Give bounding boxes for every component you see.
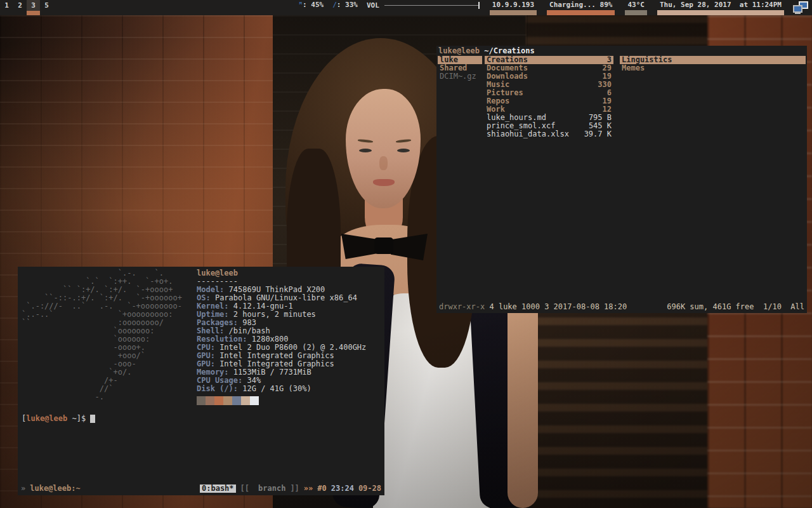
fetch-value: Intel 2 Duo P8600 (2) @ 2.400GHz bbox=[215, 343, 366, 352]
tmux-window-bash[interactable]: 0:bash* bbox=[200, 485, 236, 493]
temperature: 43°C bbox=[625, 0, 647, 15]
fetch-value: 4.12.14-gnu-1 bbox=[229, 302, 293, 311]
volume-label: VOL bbox=[367, 1, 379, 10]
fetch-label: CPU Usage: bbox=[197, 376, 242, 385]
prompt-bracket-close: ~]$ bbox=[67, 414, 90, 423]
network-computers-icon[interactable] bbox=[793, 1, 808, 14]
palette-swatch-1 bbox=[206, 396, 214, 405]
terminal-window[interactable]: `.-. `. `.` `:++. `-+o+. `` `:+/. `:+/. … bbox=[18, 267, 384, 495]
tmux-bracket-open: [[ bbox=[240, 485, 249, 493]
active-workspace-underline bbox=[27, 11, 40, 15]
palette-swatch-4 bbox=[232, 396, 241, 405]
ranger-statusbar: drwxr-xr-x 4 luke 1000 3 2017-08-08 18:2… bbox=[439, 303, 804, 311]
ranger-status-left: drwxr-xr-x 4 luke 1000 3 2017-08-08 18:2… bbox=[439, 303, 627, 311]
workspace-3-active[interactable]: 3 bbox=[27, 0, 40, 15]
temperature-underline bbox=[625, 10, 647, 15]
fetch-value: 745869U ThinkPad X200 bbox=[224, 285, 325, 294]
tmux-session-host: luke@leeb:~ bbox=[30, 485, 80, 493]
tmux-pane-index: #0 bbox=[317, 485, 326, 493]
memory-icon: / bbox=[332, 1, 337, 9]
tmux-statusbar: » luke@leeb:~ 0:bash* [[ branch ]] »» #0… bbox=[21, 485, 381, 493]
ranger-titlebar: luke@leeb ~/Creations bbox=[436, 46, 807, 55]
fetch-label: GPU: bbox=[197, 351, 215, 360]
shell-prompt[interactable]: [luke@leeb ~]$ bbox=[22, 415, 381, 423]
parent-entry-label: DCIM~.gz bbox=[440, 72, 476, 81]
ip-underline bbox=[490, 10, 537, 15]
neofetch-info: luke@leeb --------- Model: 745869U Think… bbox=[197, 269, 366, 405]
palette-swatch-0 bbox=[197, 396, 206, 405]
fetch-label: OS: bbox=[197, 293, 211, 302]
fetch-label: Model: bbox=[197, 285, 224, 294]
fetch-value: Parabola GNU/Linux-libre x86_64 bbox=[211, 293, 357, 302]
workspace-5[interactable]: 5 bbox=[40, 0, 53, 15]
fetch-value: /bin/bash bbox=[224, 326, 270, 335]
terminal-cursor bbox=[90, 415, 95, 423]
parent-entry-dcim[interactable]: DCIM~.gz bbox=[438, 72, 482, 81]
ranger-file-manager-window[interactable]: luke@leeb ~/Creations luke Shared DCIM~.… bbox=[436, 46, 807, 313]
palette-swatch-3 bbox=[223, 396, 232, 405]
fetch-value: 2 hours, 2 minutes bbox=[229, 310, 316, 319]
top-status-bar: 1 2 3 5 ᴹ: 45% /: 33% VOL 10.9.9.193 Cha… bbox=[0, 0, 812, 15]
fetch-label: CPU: bbox=[197, 343, 215, 352]
palette-swatch-6 bbox=[250, 396, 259, 405]
entry-size: 39.7 K bbox=[584, 130, 612, 138]
statusbar-modules: ᴹ: 45% /: 33% VOL 10.9.9.193 Charging...… bbox=[289, 0, 812, 15]
fetch-label: Disk (/): bbox=[197, 384, 238, 393]
preview-entry-linguistics[interactable]: Linguistics bbox=[620, 56, 806, 64]
palette-swatch-5 bbox=[241, 396, 250, 405]
temperature-text: 43°C bbox=[627, 1, 645, 9]
ranger-status-right: 696K sum, 461G free 1/10 All bbox=[667, 303, 804, 311]
ip-address: 10.9.9.193 bbox=[490, 0, 537, 15]
tmux-right-modules: 0:bash* [[ branch ]] »» #0 23:24 09-28 bbox=[200, 485, 381, 493]
fetch-label: Uptime: bbox=[197, 310, 229, 319]
battery-status: Charging... 89% bbox=[547, 0, 615, 15]
volume-slider[interactable] bbox=[384, 5, 480, 6]
volume-slider-handle[interactable] bbox=[478, 2, 480, 9]
memory-module: /: 33% bbox=[332, 0, 358, 10]
file-permissions: drwxr-xr-x bbox=[439, 302, 485, 311]
fetch-label: Memory: bbox=[197, 368, 229, 377]
preview-entry-label: Memes bbox=[622, 64, 645, 72]
fetch-value: 983 bbox=[238, 318, 256, 327]
neofetch-output: `.-. `. `.` `:++. `-+o+. `` `:+/. `:+/. … bbox=[22, 269, 381, 405]
preview-entry-memes[interactable]: Memes bbox=[620, 64, 806, 72]
fetch-value: 812x508 bbox=[247, 335, 288, 344]
tmux-clock: 23:24 bbox=[331, 485, 354, 493]
terminal-content: `.-. `. `.` `:++. `-+o+. `` `:+/. `:+/. … bbox=[18, 267, 384, 425]
file-details: 4 luke 1000 3 2017-08-08 18:20 bbox=[485, 302, 627, 311]
monitor-front-icon bbox=[793, 5, 802, 13]
fetch-value: 1153MiB / 7731MiB bbox=[229, 368, 311, 377]
fetch-label: GPU: bbox=[197, 359, 215, 368]
tmux-bracket-close: ]] bbox=[290, 485, 299, 493]
ranger-main-column: Creations3 Documents29 Downloads19 Music… bbox=[485, 56, 613, 138]
fetch-value: Intel Integrated Graphics bbox=[215, 359, 334, 368]
clock-text: Thu, Sep 28, 2017 at 11:24PM bbox=[660, 1, 782, 9]
fetch-label: Packages: bbox=[197, 318, 238, 327]
fetch-value: Intel Integrated Graphics bbox=[215, 351, 334, 360]
terminal-color-palette bbox=[197, 396, 366, 405]
fetch-label: Kernel: bbox=[197, 302, 229, 311]
ranger-user-host: luke@leeb bbox=[438, 46, 480, 55]
ranger-parent-column: luke Shared DCIM~.gz bbox=[438, 56, 482, 138]
battery-underline bbox=[547, 10, 615, 15]
entry-name: shiaohui_data.xlsx bbox=[487, 130, 569, 138]
workspace-3-label: 3 bbox=[31, 1, 36, 10]
parabola-ascii-logo: `.-. `. `.` `:++. `-+o+. `` `:+/. `:+/. … bbox=[22, 269, 197, 405]
clock-underline bbox=[657, 10, 784, 15]
tmux-git-branch: branch bbox=[258, 485, 285, 493]
fetch-label: Resolution: bbox=[197, 335, 247, 344]
ranger-preview-column: Linguistics Memes bbox=[620, 56, 806, 138]
palette-swatch-2 bbox=[214, 396, 223, 405]
tmux-left-chevron: » bbox=[21, 485, 25, 493]
fetch-value: 34% bbox=[242, 376, 261, 385]
fetch-label: Shell: bbox=[197, 326, 224, 335]
fetch-value: 12G / 41G (30%) bbox=[238, 384, 311, 393]
ip-address-text: 10.9.9.193 bbox=[492, 1, 534, 9]
ranger-columns: luke Shared DCIM~.gz Creations3 Document… bbox=[436, 56, 807, 138]
workspace-1[interactable]: 1 bbox=[0, 0, 13, 15]
battery-status-text: Charging... 89% bbox=[549, 1, 612, 9]
entry-shiaohui-data-xlsx[interactable]: shiaohui_data.xlsx39.7 K bbox=[485, 130, 613, 138]
cpu-module: ᴹ: 45% bbox=[298, 0, 324, 10]
volume-module: VOL bbox=[367, 0, 480, 10]
workspace-2[interactable]: 2 bbox=[13, 0, 27, 15]
